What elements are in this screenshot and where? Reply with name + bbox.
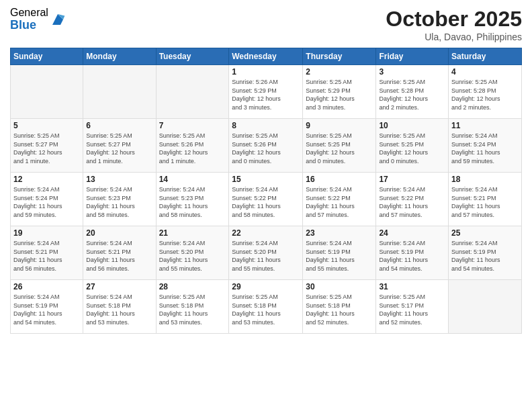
logo-blue: Blue — [10, 19, 48, 32]
calendar-cell: 25Sunrise: 5:24 AM Sunset: 5:19 PM Dayli… — [449, 226, 522, 280]
day-number: 4 — [451, 67, 519, 77]
day-info: Sunrise: 5:25 AM Sunset: 5:25 PM Dayligh… — [306, 132, 373, 165]
day-info: Sunrise: 5:26 AM Sunset: 5:29 PM Dayligh… — [232, 78, 300, 111]
calendar-cell: 24Sunrise: 5:24 AM Sunset: 5:19 PM Dayli… — [376, 226, 449, 280]
calendar-cell — [156, 65, 229, 119]
calendar-cell: 14Sunrise: 5:24 AM Sunset: 5:23 PM Dayli… — [156, 173, 229, 226]
calendar-cell — [83, 65, 156, 119]
logo-text: General Blue — [10, 7, 48, 32]
calendar-cell: 4Sunrise: 5:25 AM Sunset: 5:28 PM Daylig… — [449, 65, 522, 119]
day-number: 28 — [159, 282, 226, 291]
day-number: 9 — [306, 121, 373, 130]
calendar-week-row: 5Sunrise: 5:25 AM Sunset: 5:27 PM Daylig… — [11, 119, 522, 173]
calendar-week-row: 19Sunrise: 5:24 AM Sunset: 5:21 PM Dayli… — [11, 226, 522, 280]
calendar-cell: 16Sunrise: 5:24 AM Sunset: 5:22 PM Dayli… — [303, 173, 376, 226]
day-info: Sunrise: 5:24 AM Sunset: 5:24 PM Dayligh… — [451, 132, 519, 165]
weekday-header: Wednesday — [229, 48, 303, 65]
day-info: Sunrise: 5:24 AM Sunset: 5:22 PM Dayligh… — [232, 185, 300, 219]
day-number: 22 — [232, 228, 300, 238]
calendar-week-row: 12Sunrise: 5:24 AM Sunset: 5:24 PM Dayli… — [11, 173, 522, 226]
day-number: 24 — [379, 228, 445, 238]
day-info: Sunrise: 5:24 AM Sunset: 5:21 PM Dayligh… — [86, 239, 152, 273]
weekday-header: Saturday — [449, 48, 522, 65]
day-info: Sunrise: 5:25 AM Sunset: 5:18 PM Dayligh… — [306, 293, 373, 326]
day-info: Sunrise: 5:25 AM Sunset: 5:27 PM Dayligh… — [86, 132, 152, 165]
day-number: 19 — [13, 228, 80, 238]
day-number: 29 — [232, 282, 300, 291]
day-info: Sunrise: 5:24 AM Sunset: 5:21 PM Dayligh… — [451, 185, 519, 219]
day-number: 15 — [232, 175, 300, 184]
calendar-cell: 30Sunrise: 5:25 AM Sunset: 5:18 PM Dayli… — [303, 280, 376, 334]
calendar-cell: 28Sunrise: 5:25 AM Sunset: 5:18 PM Dayli… — [156, 280, 229, 334]
day-number: 8 — [232, 121, 300, 130]
weekday-header: Monday — [83, 48, 156, 65]
calendar-cell: 12Sunrise: 5:24 AM Sunset: 5:24 PM Dayli… — [11, 173, 83, 226]
month-title: October 2025 — [386, 7, 522, 32]
calendar-cell: 7Sunrise: 5:25 AM Sunset: 5:26 PM Daylig… — [156, 119, 229, 173]
weekday-header: Friday — [376, 48, 449, 65]
day-info: Sunrise: 5:24 AM Sunset: 5:23 PM Dayligh… — [159, 185, 226, 219]
day-info: Sunrise: 5:24 AM Sunset: 5:23 PM Dayligh… — [86, 185, 152, 219]
weekday-header: Thursday — [303, 48, 376, 65]
calendar-cell — [449, 280, 522, 334]
logo: General Blue — [10, 7, 66, 32]
calendar-cell: 21Sunrise: 5:24 AM Sunset: 5:20 PM Dayli… — [156, 226, 229, 280]
page-container: General Blue October 2025 Ula, Davao, Ph… — [0, 0, 532, 411]
calendar-cell: 31Sunrise: 5:25 AM Sunset: 5:17 PM Dayli… — [376, 280, 449, 334]
day-number: 6 — [86, 121, 152, 130]
day-info: Sunrise: 5:25 AM Sunset: 5:26 PM Dayligh… — [159, 132, 226, 165]
calendar-cell: 5Sunrise: 5:25 AM Sunset: 5:27 PM Daylig… — [11, 119, 83, 173]
day-number: 31 — [379, 282, 445, 291]
calendar-cell: 6Sunrise: 5:25 AM Sunset: 5:27 PM Daylig… — [83, 119, 156, 173]
day-info: Sunrise: 5:24 AM Sunset: 5:22 PM Dayligh… — [379, 185, 445, 219]
day-number: 17 — [379, 175, 445, 184]
weekday-header: Tuesday — [156, 48, 229, 65]
day-number: 3 — [379, 67, 445, 77]
day-info: Sunrise: 5:24 AM Sunset: 5:19 PM Dayligh… — [379, 239, 445, 273]
day-number: 16 — [306, 175, 373, 184]
day-number: 23 — [306, 228, 373, 238]
day-info: Sunrise: 5:25 AM Sunset: 5:26 PM Dayligh… — [232, 132, 300, 165]
day-info: Sunrise: 5:24 AM Sunset: 5:24 PM Dayligh… — [13, 185, 80, 219]
day-info: Sunrise: 5:25 AM Sunset: 5:18 PM Dayligh… — [159, 293, 226, 326]
calendar-cell: 1Sunrise: 5:26 AM Sunset: 5:29 PM Daylig… — [229, 65, 303, 119]
calendar-cell: 17Sunrise: 5:24 AM Sunset: 5:22 PM Dayli… — [376, 173, 449, 226]
day-number: 21 — [159, 228, 226, 238]
day-info: Sunrise: 5:24 AM Sunset: 5:20 PM Dayligh… — [232, 239, 300, 273]
calendar-cell: 23Sunrise: 5:24 AM Sunset: 5:19 PM Dayli… — [303, 226, 376, 280]
calendar-cell: 27Sunrise: 5:24 AM Sunset: 5:18 PM Dayli… — [83, 280, 156, 334]
calendar-cell: 13Sunrise: 5:24 AM Sunset: 5:23 PM Dayli… — [83, 173, 156, 226]
title-section: October 2025 Ula, Davao, Philippines — [386, 7, 522, 42]
weekday-header-row: SundayMondayTuesdayWednesdayThursdayFrid… — [11, 48, 522, 65]
day-number: 1 — [232, 67, 300, 77]
day-info: Sunrise: 5:24 AM Sunset: 5:21 PM Dayligh… — [13, 239, 80, 273]
calendar-cell: 20Sunrise: 5:24 AM Sunset: 5:21 PM Dayli… — [83, 226, 156, 280]
calendar-cell: 9Sunrise: 5:25 AM Sunset: 5:25 PM Daylig… — [303, 119, 376, 173]
day-number: 26 — [13, 282, 80, 291]
day-number: 5 — [13, 121, 80, 130]
day-number: 2 — [306, 67, 373, 77]
day-number: 18 — [451, 175, 519, 184]
day-info: Sunrise: 5:25 AM Sunset: 5:28 PM Dayligh… — [451, 78, 519, 111]
calendar-week-row: 1Sunrise: 5:26 AM Sunset: 5:29 PM Daylig… — [11, 65, 522, 119]
location: Ula, Davao, Philippines — [386, 32, 522, 42]
day-info: Sunrise: 5:25 AM Sunset: 5:29 PM Dayligh… — [306, 78, 373, 111]
calendar-cell: 18Sunrise: 5:24 AM Sunset: 5:21 PM Dayli… — [449, 173, 522, 226]
calendar-cell: 19Sunrise: 5:24 AM Sunset: 5:21 PM Dayli… — [11, 226, 83, 280]
day-info: Sunrise: 5:24 AM Sunset: 5:18 PM Dayligh… — [86, 293, 152, 326]
calendar-cell: 3Sunrise: 5:25 AM Sunset: 5:28 PM Daylig… — [376, 65, 449, 119]
calendar-cell: 11Sunrise: 5:24 AM Sunset: 5:24 PM Dayli… — [449, 119, 522, 173]
day-info: Sunrise: 5:25 AM Sunset: 5:25 PM Dayligh… — [379, 132, 445, 165]
day-info: Sunrise: 5:24 AM Sunset: 5:22 PM Dayligh… — [306, 185, 373, 219]
day-info: Sunrise: 5:24 AM Sunset: 5:19 PM Dayligh… — [306, 239, 373, 273]
day-info: Sunrise: 5:24 AM Sunset: 5:19 PM Dayligh… — [451, 239, 519, 273]
logo-general: General — [10, 7, 48, 19]
calendar-cell: 8Sunrise: 5:25 AM Sunset: 5:26 PM Daylig… — [229, 119, 303, 173]
day-info: Sunrise: 5:25 AM Sunset: 5:18 PM Dayligh… — [232, 293, 300, 326]
day-number: 27 — [86, 282, 152, 291]
calendar-cell: 29Sunrise: 5:25 AM Sunset: 5:18 PM Dayli… — [229, 280, 303, 334]
calendar-week-row: 26Sunrise: 5:24 AM Sunset: 5:19 PM Dayli… — [11, 280, 522, 334]
day-info: Sunrise: 5:25 AM Sunset: 5:28 PM Dayligh… — [379, 78, 445, 111]
day-number: 13 — [86, 175, 152, 184]
weekday-header: Sunday — [11, 48, 83, 65]
